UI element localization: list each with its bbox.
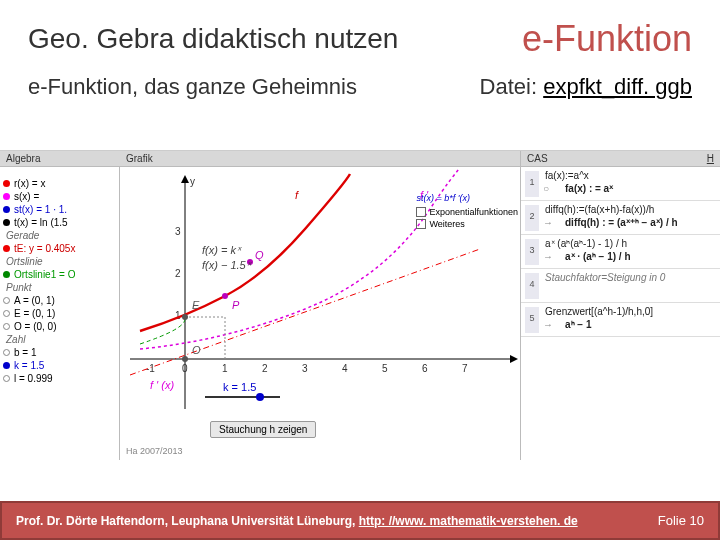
svg-point-20 bbox=[182, 356, 188, 362]
cas-output: ○fa(x) : = aˣ bbox=[545, 183, 716, 194]
slide-footer: Prof. Dr. Dörte Haftendorn, Leuphana Uni… bbox=[0, 501, 720, 540]
dot-icon bbox=[3, 206, 10, 213]
footer-folie: Folie 10 bbox=[658, 513, 704, 528]
alg-row[interactable]: r(x) = x bbox=[0, 177, 119, 190]
alg-row[interactable]: k = 1.5 bbox=[0, 359, 119, 372]
svg-marker-1 bbox=[181, 175, 189, 183]
svg-text:f(x) − 1.5ˣ: f(x) − 1.5ˣ bbox=[202, 259, 252, 271]
svg-point-25 bbox=[256, 393, 264, 401]
cas-num: 1 bbox=[525, 171, 539, 197]
alg-txt: A = (0, 1) bbox=[14, 295, 55, 306]
alg-row[interactable]: t(x) = ln (1.5 bbox=[0, 216, 119, 229]
svg-text:E: E bbox=[192, 299, 200, 311]
cas-num: 3 bbox=[525, 239, 539, 265]
alg-txt: k = 1.5 bbox=[14, 360, 44, 371]
alg-txt: E = (0, 1) bbox=[14, 308, 55, 319]
svg-text:6: 6 bbox=[422, 363, 428, 374]
alg-txt: st(x) = 1 · 1. bbox=[14, 204, 67, 215]
svg-text:2: 2 bbox=[262, 363, 268, 374]
svg-text:2: 2 bbox=[175, 268, 181, 279]
alg-row[interactable]: s(x) = bbox=[0, 190, 119, 203]
alg-row[interactable]: st(x) = 1 · 1. bbox=[0, 203, 119, 216]
footer-text: Prof. Dr. Dörte Haftendorn, Leuphana Uni… bbox=[16, 514, 638, 528]
cas-num: 5 bbox=[525, 307, 539, 333]
alg-row[interactable]: b = 1 bbox=[0, 346, 119, 359]
cas-row[interactable]: 5 Grenzwert[(a^h-1)/h,h,0] →aʰ − 1 bbox=[521, 303, 720, 337]
cas-row[interactable]: 2 diffq(h):=(fa(x+h)-fa(x))/h →diffq(h) … bbox=[521, 201, 720, 235]
file-prefix: Datei: bbox=[480, 74, 537, 99]
alg-row[interactable]: E = (0, 1) bbox=[0, 307, 119, 320]
graph-area[interactable]: -1 0 1 2 3 4 5 6 7 1 2 3 y bbox=[120, 169, 520, 460]
footer-url[interactable]: http: //www. mathematik-verstehen. de bbox=[359, 514, 578, 528]
dot-icon bbox=[3, 219, 10, 226]
dot-icon bbox=[3, 310, 10, 317]
alg-row[interactable]: Ortslinie1 = O bbox=[0, 268, 119, 281]
svg-text:5: 5 bbox=[382, 363, 388, 374]
dot-icon bbox=[3, 193, 10, 200]
alg-row[interactable]: tE: y = 0.405x bbox=[0, 242, 119, 255]
alg-row[interactable]: l = 0.999 bbox=[0, 372, 119, 385]
cas-num: 4 bbox=[525, 273, 539, 299]
checkbox-weiteres[interactable]: Weiteres bbox=[416, 219, 518, 229]
alg-txt: l = 0.999 bbox=[14, 373, 53, 384]
cas-row[interactable]: 4 Stauchfaktor=Steigung in 0 bbox=[521, 269, 720, 303]
svg-text:0: 0 bbox=[182, 363, 188, 374]
cas-panel: CASH 1 fa(x):=a^x ○fa(x) : = aˣ 2 diffq(… bbox=[520, 151, 720, 460]
file-ref: Datei: expfkt_diff. ggb bbox=[480, 74, 692, 100]
dot-icon bbox=[3, 323, 10, 330]
title-left: Geo. Gebra didaktisch nutzen bbox=[28, 23, 398, 55]
alg-group: Ortslinie bbox=[0, 255, 119, 268]
alg-txt: b = 1 bbox=[14, 347, 37, 358]
svg-text:4: 4 bbox=[342, 363, 348, 374]
cas-title: CASH bbox=[521, 151, 720, 167]
slide-header: Geo. Gebra didaktisch nutzen e-Funktion bbox=[0, 0, 720, 70]
title-right: e-Funktion bbox=[522, 18, 692, 60]
dot-icon bbox=[3, 362, 10, 369]
svg-text:P: P bbox=[232, 299, 240, 311]
svg-text:3: 3 bbox=[302, 363, 308, 374]
cas-row[interactable]: 3 aˣ (aʰ(aʰ-1) - 1) / h →aˣ · (aʰ − 1) /… bbox=[521, 235, 720, 269]
checkbox-icon bbox=[416, 207, 426, 217]
cas-output: →aˣ · (aʰ − 1) / h bbox=[545, 251, 716, 262]
cas-row[interactable]: 1 fa(x):=a^x ○fa(x) : = aˣ bbox=[521, 167, 720, 201]
alg-txt: s(x) = bbox=[14, 191, 39, 202]
alg-group: Gerade bbox=[0, 229, 119, 242]
cas-num: 2 bbox=[525, 205, 539, 231]
chk-label: Exponentialfunktionen bbox=[429, 207, 518, 217]
alg-row[interactable]: A = (0, 1) bbox=[0, 294, 119, 307]
graph-controls: st(x) = b*f '(x) Exponentialfunktionen W… bbox=[416, 193, 518, 231]
alg-txt: r(x) = x bbox=[14, 178, 45, 189]
file-link[interactable]: expfkt_diff. ggb bbox=[543, 74, 692, 99]
dot-icon bbox=[3, 375, 10, 382]
svg-text:3: 3 bbox=[175, 226, 181, 237]
checkbox-expfns[interactable]: Exponentialfunktionen bbox=[416, 207, 518, 217]
svg-text:7: 7 bbox=[462, 363, 468, 374]
cas-note: Stauchfaktor=Steigung in 0 bbox=[545, 272, 716, 283]
dot-icon bbox=[3, 180, 10, 187]
svg-text:1: 1 bbox=[222, 363, 228, 374]
svg-line-17 bbox=[130, 249, 480, 375]
alg-txt: t(x) = ln (1.5 bbox=[14, 217, 68, 228]
checkbox-icon bbox=[416, 219, 426, 229]
grafik-title: Grafik bbox=[120, 151, 520, 167]
stauchung-button[interactable]: Stauchung h zeigen bbox=[210, 421, 316, 438]
geogebra-screenshot: Algebra r(x) = x s(x) = st(x) = 1 · 1. t… bbox=[0, 150, 720, 460]
chk-label: Weiteres bbox=[429, 219, 464, 229]
svg-point-22 bbox=[222, 293, 228, 299]
algebra-title: Algebra bbox=[0, 151, 120, 167]
alg-row[interactable]: O = (0, 0) bbox=[0, 320, 119, 333]
alg-group: Punkt bbox=[0, 281, 119, 294]
cas-input: fa(x):=a^x bbox=[545, 170, 716, 181]
svg-text:Q: Q bbox=[255, 249, 264, 261]
dot-icon bbox=[3, 271, 10, 278]
svg-text:k = 1.5: k = 1.5 bbox=[223, 381, 256, 393]
cas-output: →aʰ − 1 bbox=[545, 319, 716, 330]
grafik-panel: Grafik -1 0 1 2 3 4 5 bbox=[120, 151, 520, 460]
svg-text:y: y bbox=[190, 176, 195, 187]
svg-point-21 bbox=[182, 314, 188, 320]
cas-input: Grenzwert[(a^h-1)/h,h,0] bbox=[545, 306, 716, 317]
credit-text: Ha 2007/2013 bbox=[126, 446, 183, 456]
algebra-panel: Algebra r(x) = x s(x) = st(x) = 1 · 1. t… bbox=[0, 151, 120, 460]
stx-label: st(x) = b*f '(x) bbox=[416, 193, 518, 203]
cas-input: diffq(h):=(fa(x+h)-fa(x))/h bbox=[545, 204, 716, 215]
